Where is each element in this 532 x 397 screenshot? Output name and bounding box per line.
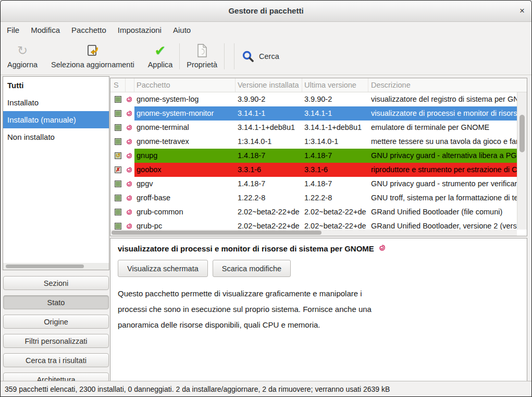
filter-item-tutti[interactable]: Tutti [3,77,109,94]
custom-filters-button[interactable]: Filtri personalizzati [3,334,109,348]
filter-item-non-installato[interactable]: Non installato [3,128,109,146]
latest-version: 1:3.14.0-1 [302,135,368,149]
installed-version: 1.4.18-7 [236,149,302,163]
scrollbar-thumb[interactable] [519,115,525,152]
status-cell[interactable] [110,177,126,191]
package-name: grub-pc [134,219,236,230]
menu-aiuto[interactable]: Aiuto [167,26,196,34]
header-latest-version[interactable]: Ultima versione [302,78,368,92]
table-row[interactable]: gnome-tetravex1:3.14.0-11:3.14.0-1metter… [110,135,517,149]
latest-version: 3.9.90-2 [302,92,368,106]
titlebar[interactable]: Gestore di pacchetti × [1,1,531,22]
origin-button[interactable]: Origine [3,315,109,329]
package-name: gnupg [134,149,236,163]
search-label: Cerca [259,52,279,61]
latest-version: 2.02~beta2-22+de [302,219,368,230]
header-description[interactable]: Descrizione [368,78,527,92]
package-name: gnome-tetravex [134,135,236,149]
reinstall-status-icon: ↺ [115,152,121,159]
package-table-body: gnome-system-log3.9.90-23.9.90-2visualiz… [110,92,517,230]
debian-swirl-icon [126,163,134,177]
table-row[interactable]: gnome-system-log3.9.90-23.9.90-2visualiz… [110,92,517,106]
refresh-button[interactable]: ↻ Aggiorna [1,38,44,75]
status-button[interactable]: Stato [3,295,109,309]
status-filter-list: Tutti Installato Installato (manuale) No… [3,76,109,270]
status-cell[interactable] [110,106,126,121]
properties-button[interactable]: Proprietà [180,38,224,75]
scrollbar-thumb[interactable] [112,231,321,235]
installed-status-icon [115,181,121,187]
installed-version: 3.14.1-1+deb8u1 [236,121,302,135]
table-row[interactable]: ✗goobox3.3.1-63.3.1-6riproduttore e stru… [110,163,517,177]
table-row[interactable]: ↺gnupg1.4.18-71.4.18-7GNU privacy guard … [110,149,517,163]
details-title: visualizzatore di processi e monitor di … [118,244,374,253]
mark-upgrades-button[interactable]: Seleziona aggiornamenti [44,38,141,75]
menu-modifica[interactable]: Modifica [25,26,66,34]
installed-version: 1:3.14.0-1 [236,135,302,149]
menu-file[interactable]: File [1,26,25,34]
debian-swirl-icon [126,121,134,135]
package-name: grub-common [134,205,236,219]
apply-button[interactable]: ✔ Applica [141,38,180,75]
table-row[interactable]: gpgv1.4.18-71.4.18-7GNU privacy guard - … [110,177,517,191]
description-line: panoramica delle risorse disponibili, qu… [118,317,519,333]
package-description: GNU privacy guard - alternativa libera a… [368,149,517,163]
status-cell[interactable]: ↺ [110,149,126,163]
table-row[interactable]: gnome-terminal3.14.1-1+deb8u13.14.1-1+de… [110,121,517,135]
latest-version: 2.02~beta2-22+de [302,205,368,219]
download-changelog-button[interactable]: Scarica modifiche [213,260,291,277]
scrollbar-thumb[interactable] [6,264,84,268]
table-row[interactable]: gnome-system-monitor3.14.1-13.14.1-1visu… [110,106,517,121]
search-icon [242,49,254,64]
table-vertical-scrollbar[interactable] [517,92,527,230]
status-cell[interactable] [110,92,126,106]
header-status[interactable]: S [110,78,126,92]
package-manager-window: Gestore di pacchetti × File Modifica Pac… [0,0,532,397]
table-row[interactable]: grub-pc2.02~beta2-22+de2.02~beta2-22+deG… [110,219,517,230]
status-cell[interactable] [110,135,126,149]
status-cell[interactable] [110,121,126,135]
description-line: processi che sono in esecuzione sul prop… [118,302,519,317]
description-line: Questo pacchetto permette di visualizzar… [118,286,519,302]
details-buttons: Visualizza schermata Scarica modifiche [118,260,519,277]
header-origin[interactable] [126,78,134,92]
remove-status-icon: ✗ [115,166,121,173]
status-cell[interactable] [110,191,126,205]
table-horizontal-scrollbar[interactable] [110,230,517,236]
header-installed-version[interactable]: Versione installata [236,78,302,92]
menu-pacchetto[interactable]: Pacchetto [66,26,112,34]
package-name: gnome-system-log [134,92,236,106]
status-cell[interactable]: ✗ [110,163,126,177]
apply-label: Applica [148,61,173,69]
latest-version: 3.14.1-1+deb8u1 [302,121,368,135]
installed-status-icon [115,195,121,201]
status-cell[interactable] [110,205,126,219]
table-row[interactable]: grub-common2.02~beta2-22+de2.02~beta2-22… [110,205,517,219]
mark-upgrades-label: Seleziona aggiornamenti [51,61,134,69]
properties-label: Proprietà [187,61,217,69]
debian-swirl-icon [126,92,134,106]
installed-version: 3.3.1-6 [236,163,302,177]
filter-list-horizontal-scrollbar[interactable] [3,263,109,270]
table-row[interactable]: groff-base1.22.2-81.22.2-8GNU troff, sis… [110,191,517,205]
filter-item-installato[interactable]: Installato [3,94,109,111]
status-cell[interactable] [110,219,126,230]
debian-swirl-icon [378,244,386,253]
view-screenshot-button[interactable]: Visualizza schermata [118,260,208,277]
sections-button[interactable]: Sezioni [3,276,109,290]
package-name: gpgv [134,177,236,191]
package-name: goobox [134,163,236,177]
search-results-button[interactable]: Cerca tra i risultati [3,353,109,367]
filter-item-installato-manuale[interactable]: Installato (manuale) [3,111,109,128]
package-description: visualizzatore del registro di sistema p… [368,92,517,106]
debian-swirl-icon [126,219,134,230]
close-icon[interactable]: × [519,1,525,21]
installed-status-icon [115,96,121,103]
sidebar-view-buttons: Sezioni Stato Origine Filtri personalizz… [3,276,109,387]
menu-impostazioni[interactable]: Impostazioni [112,26,167,34]
package-description: GRand Unified Bootloader, versione 2 (ve… [368,219,517,230]
latest-version: 1.22.2-8 [302,191,368,205]
package-description: GRand Unified Bootloader (file comuni) [368,205,517,219]
header-package[interactable]: Pacchetto [134,78,236,92]
search-button[interactable]: Cerca [234,38,287,75]
